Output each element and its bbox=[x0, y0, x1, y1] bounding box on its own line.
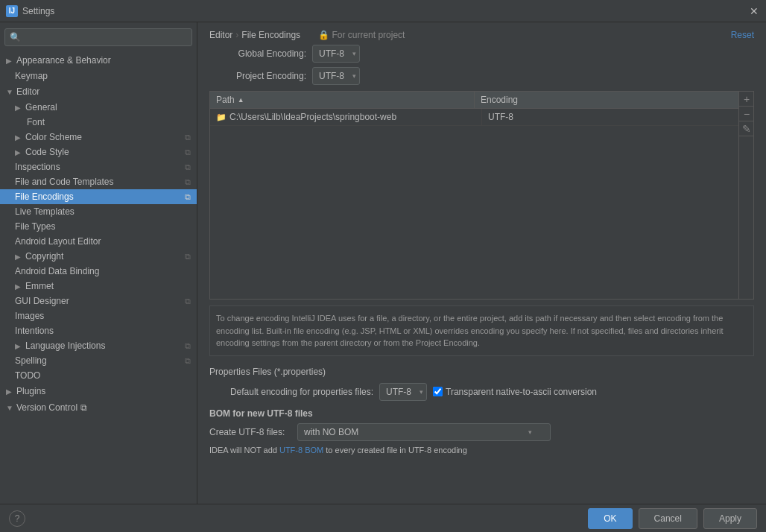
global-encoding-dropdown[interactable]: UTF-8 ▾ bbox=[312, 45, 360, 63]
sidebar-item-label: Font bbox=[27, 117, 45, 127]
sidebar-item-version-control[interactable]: ▼ Version Control ⧉ bbox=[0, 399, 197, 416]
title-bar-left: IJ Settings bbox=[6, 5, 54, 17]
properties-section-label: Properties Files (*.properties) bbox=[197, 364, 766, 380]
copy-icon: ⧉ bbox=[185, 162, 191, 172]
transparent-checkbox[interactable] bbox=[433, 387, 443, 396]
ok-button[interactable]: OK bbox=[588, 508, 632, 529]
bom-create-label: Create UTF-8 files: bbox=[209, 427, 291, 437]
sidebar-item-file-code-templates[interactable]: File and Code Templates ⧉ bbox=[0, 174, 197, 189]
sidebar-item-font[interactable]: Font bbox=[0, 115, 197, 130]
sidebar-item-label: Copyright bbox=[25, 251, 63, 262]
bottom-right: OK Cancel Apply bbox=[588, 508, 757, 529]
sidebar-item-label: Intentions bbox=[15, 326, 54, 336]
content-header: Editor › File Encodings 🔒 For current pr… bbox=[197, 22, 766, 45]
path-column-header[interactable]: Path ▲ bbox=[210, 92, 475, 108]
sidebar-item-android-data-binding[interactable]: Android Data Binding bbox=[0, 264, 197, 279]
apply-button[interactable]: Apply bbox=[703, 508, 757, 529]
table-body: 📁 C:\Users\Lilb\IdeaProjects\springboot-… bbox=[210, 109, 753, 299]
sidebar-item-label: Version Control bbox=[16, 402, 77, 413]
bom-hint-before: IDEA will NOT add bbox=[209, 446, 279, 455]
close-button[interactable]: ✕ bbox=[748, 5, 760, 17]
sidebar-item-appearance-behavior[interactable]: ▶ Appearance & Behavior bbox=[0, 52, 197, 69]
sidebar-item-emmet[interactable]: ▶ Emmet bbox=[0, 279, 197, 294]
encoding-cell: UTF-8 bbox=[482, 109, 753, 125]
bom-section-label: BOM for new UTF-8 files bbox=[197, 404, 766, 420]
sidebar-item-general[interactable]: ▶ General bbox=[0, 100, 197, 115]
bom-create-row: Create UTF-8 files: with NO BOM ▾ bbox=[197, 420, 766, 444]
sidebar-item-code-style[interactable]: ▶ Code Style ⧉ bbox=[0, 145, 197, 159]
path-header-label: Path bbox=[216, 95, 235, 105]
chevron-down-icon: ▾ bbox=[352, 50, 356, 57]
app-icon: IJ bbox=[6, 5, 18, 17]
expand-arrow-icon: ▶ bbox=[6, 387, 13, 396]
sidebar-item-copyright[interactable]: ▶ Copyright ⧉ bbox=[0, 249, 197, 264]
sidebar-item-todo[interactable]: TODO bbox=[0, 368, 197, 383]
content-area: Editor › File Encodings 🔒 For current pr… bbox=[197, 22, 766, 504]
project-encoding-value: UTF-8 bbox=[319, 71, 344, 81]
sidebar-item-label: Inspections bbox=[15, 162, 60, 172]
sidebar-item-gui-designer[interactable]: GUI Designer ⧉ bbox=[0, 294, 197, 308]
table-row[interactable]: 📁 C:\Users\Lilb\IdeaProjects\springboot-… bbox=[210, 109, 753, 126]
props-encoding-dropdown[interactable]: UTF-8 ▾ bbox=[379, 383, 427, 401]
edit-encoding-button[interactable]: ✎ bbox=[739, 121, 754, 136]
expand-arrow-icon: ▶ bbox=[15, 133, 22, 142]
chevron-down-icon: ▾ bbox=[420, 388, 423, 396]
sidebar-item-intentions[interactable]: Intentions bbox=[0, 323, 197, 338]
sidebar-item-label: Images bbox=[15, 311, 44, 321]
reset-button[interactable]: Reset bbox=[731, 30, 754, 40]
sidebar-item-color-scheme[interactable]: ▶ Color Scheme ⧉ bbox=[0, 130, 197, 145]
table-header: Path ▲ Encoding bbox=[210, 92, 753, 109]
expand-arrow-icon: ▶ bbox=[6, 57, 13, 65]
breadcrumb: Editor › File Encodings bbox=[209, 30, 300, 40]
sidebar-item-inspections[interactable]: Inspections ⧉ bbox=[0, 159, 197, 174]
sidebar-item-keymap[interactable]: Keymap bbox=[0, 69, 197, 83]
global-encoding-label: Global Encoding: bbox=[209, 48, 306, 59]
chevron-down-icon: ▾ bbox=[352, 72, 356, 80]
copy-icon: ⧉ bbox=[185, 341, 191, 351]
expand-arrow-icon: ▶ bbox=[15, 282, 22, 291]
bom-create-dropdown[interactable]: with NO BOM ▾ bbox=[297, 423, 551, 441]
sidebar-item-label: Language Injections bbox=[25, 341, 105, 351]
expand-arrow-icon: ▼ bbox=[6, 88, 13, 96]
description-text: To change encoding IntelliJ IDEA uses fo… bbox=[209, 305, 754, 356]
search-box[interactable]: 🔍 bbox=[4, 28, 192, 46]
project-note: 🔒 For current project bbox=[318, 30, 405, 40]
sidebar-item-file-encodings[interactable]: File Encodings ⧉ bbox=[0, 189, 197, 204]
transparent-label: Transparent native-to-ascii conversion bbox=[446, 387, 597, 397]
copy-icon: ⧉ bbox=[185, 252, 191, 262]
sidebar-item-spelling[interactable]: Spelling ⧉ bbox=[0, 353, 197, 368]
sidebar-item-live-templates[interactable]: Live Templates bbox=[0, 204, 197, 219]
sidebar-item-language-injections[interactable]: ▶ Language Injections ⧉ bbox=[0, 338, 197, 353]
encoding-column-header: Encoding bbox=[475, 92, 738, 108]
bom-hint-after: to every created file in UTF-8 encoding bbox=[323, 446, 467, 455]
encoding-rows: Global Encoding: UTF-8 ▾ Project Encodin… bbox=[197, 45, 766, 91]
chevron-down-icon: ▾ bbox=[528, 428, 532, 436]
copy-icon: ⧉ bbox=[185, 148, 191, 157]
sidebar-item-label: Android Data Binding bbox=[15, 266, 99, 276]
sidebar-item-file-types[interactable]: File Types bbox=[0, 219, 197, 234]
sidebar-item-label: General bbox=[25, 102, 57, 113]
sidebar-item-label: Android Layout Editor bbox=[15, 236, 101, 247]
cancel-button[interactable]: Cancel bbox=[639, 508, 697, 529]
remove-encoding-button[interactable]: − bbox=[739, 107, 754, 121]
help-button[interactable]: ? bbox=[9, 510, 25, 527]
sort-icon: ▲ bbox=[238, 96, 244, 104]
sidebar-item-images[interactable]: Images bbox=[0, 308, 197, 323]
global-encoding-row: Global Encoding: UTF-8 ▾ bbox=[209, 45, 754, 63]
sidebar-item-plugins[interactable]: ▶ Plugins bbox=[0, 383, 197, 399]
table-action-buttons: + − ✎ bbox=[738, 92, 753, 299]
copy-icon: ⧉ bbox=[80, 402, 87, 413]
sidebar-item-label: GUI Designer bbox=[15, 296, 69, 306]
search-input[interactable] bbox=[24, 32, 187, 42]
add-encoding-button[interactable]: + bbox=[739, 92, 754, 107]
main-layout: 🔍 ▶ Appearance & Behavior Keymap ▼ Edito… bbox=[0, 22, 766, 504]
sidebar-item-editor[interactable]: ▼ Editor bbox=[0, 83, 197, 100]
bom-hint-link[interactable]: UTF-8 BOM bbox=[279, 446, 323, 455]
copy-icon: ⧉ bbox=[185, 133, 191, 142]
sidebar-item-label: Live Templates bbox=[15, 206, 75, 217]
sidebar-item-label: Editor bbox=[16, 86, 39, 97]
project-encoding-dropdown[interactable]: UTF-8 ▾ bbox=[312, 67, 360, 85]
copy-icon: ⧉ bbox=[185, 356, 191, 366]
lock-icon: 🔒 bbox=[318, 30, 329, 40]
sidebar-item-android-layout-editor[interactable]: Android Layout Editor bbox=[0, 234, 197, 249]
